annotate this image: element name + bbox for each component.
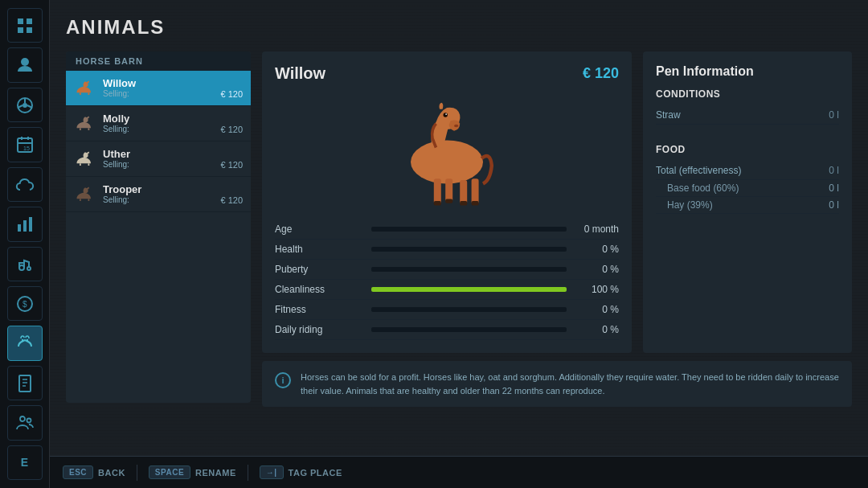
pen-info-panel: Pen Information CONDITIONS Straw 0 l FOO… <box>643 51 852 353</box>
sidebar-item-economy[interactable]: $ <box>7 286 43 321</box>
tag-place-btn[interactable]: →| TAG PLACE <box>260 465 342 479</box>
stat-cleanliness-bar-container <box>371 287 567 292</box>
pen-info-title: Pen Information <box>656 64 839 79</box>
svg-text:$: $ <box>23 300 27 309</box>
sidebar-item-e[interactable]: E <box>7 445 43 480</box>
stat-fitness-value: 0 % <box>575 304 619 315</box>
stat-cleanliness-label: Cleanliness <box>275 284 371 295</box>
stat-fitness-bar-container <box>371 307 567 312</box>
stat-fitness: Fitness 0 % <box>275 300 619 320</box>
food-section: FOOD Total (effectiveness) 0 l Base food… <box>656 144 839 214</box>
animal-detail-price: € 120 <box>583 65 619 82</box>
sidebar-item-quickaccess[interactable] <box>7 8 43 43</box>
animal-item-uther[interactable]: Uther Selling: € 120 <box>66 141 251 177</box>
svg-rect-3 <box>27 27 32 33</box>
svg-point-28 <box>411 141 483 184</box>
svg-rect-34 <box>460 180 467 204</box>
base-food-value: 0 l <box>829 182 839 194</box>
food-label: FOOD <box>656 144 839 155</box>
stat-cleanliness-value: 100 % <box>575 284 619 295</box>
svg-point-6 <box>23 103 27 108</box>
stat-fitness-label: Fitness <box>275 304 371 315</box>
molly-info: Molly Selling: € 120 <box>103 113 243 134</box>
space-key[interactable]: SPACE <box>149 465 190 479</box>
animal-detail-card: Willow € 120 <box>262 51 632 353</box>
arrow-key[interactable]: →| <box>260 465 284 479</box>
horse-icon-willow <box>74 80 96 97</box>
animal-item-molly[interactable]: Molly Selling: € 120 <box>66 106 251 141</box>
space-rename-btn[interactable]: SPACE RENAME <box>149 465 236 479</box>
animal-item-willow[interactable]: Willow Selling: € 120 <box>66 71 251 106</box>
svg-rect-39 <box>472 201 479 205</box>
svg-rect-1 <box>27 18 32 24</box>
sidebar-item-steering[interactable] <box>7 88 43 122</box>
svg-rect-38 <box>460 201 467 205</box>
sidebar-item-stats[interactable] <box>7 207 43 241</box>
trooper-name: Trooper <box>103 183 243 195</box>
sidebar: 15 $ E <box>0 0 50 488</box>
detail-main: Willow € 120 <box>262 51 852 353</box>
svg-point-29 <box>454 125 458 128</box>
sidebar-item-workers[interactable] <box>7 405 43 440</box>
animal-list-panel: HORSE BARN Willow Selling: € 120 <box>66 51 251 403</box>
willow-name: Willow <box>103 77 243 89</box>
sidebar-item-animals-alt[interactable] <box>7 47 43 82</box>
stat-puberty-bar-container <box>371 267 567 272</box>
rename-label: RENAME <box>195 468 236 478</box>
stat-age-bar-container <box>371 227 567 232</box>
animal-item-trooper[interactable]: Trooper Selling: € 120 <box>66 177 251 212</box>
animal-detail-name: Willow <box>275 64 326 83</box>
stat-puberty-label: Puberty <box>275 264 371 275</box>
stat-cleanliness: Cleanliness 100 % <box>275 280 619 300</box>
willow-price: € 120 <box>220 89 243 99</box>
stat-daily-riding-value: 0 % <box>575 324 619 335</box>
willow-info: Willow Selling: € 120 <box>103 77 243 99</box>
willow-sub: Selling: € 120 <box>103 89 243 99</box>
info-card: i Horses can be sold for a profit. Horse… <box>262 361 852 407</box>
bottom-bar: ESC BACK SPACE RENAME →| TAG PLACE <box>50 456 868 488</box>
svg-rect-35 <box>472 178 479 204</box>
stat-age: Age 0 month <box>275 219 619 240</box>
sidebar-item-contracts[interactable] <box>7 366 43 400</box>
sidebar-item-tractor[interactable] <box>7 247 43 281</box>
food-total-row: Total (effectiveness) 0 l <box>656 162 839 180</box>
horse-icon-molly <box>74 115 96 133</box>
svg-rect-0 <box>18 18 23 24</box>
stat-health-label: Health <box>275 244 371 255</box>
key-sep-2 <box>248 465 248 481</box>
stats-section: Age 0 month Health 0 % <box>275 219 619 340</box>
sidebar-item-calendar[interactable]: 15 <box>7 127 43 162</box>
stat-daily-riding: Daily riding 0 % <box>275 320 619 340</box>
svg-text:15: 15 <box>23 146 30 151</box>
info-text: Horses can be sold for a profit. Horses … <box>301 371 839 397</box>
sidebar-item-animals[interactable] <box>7 326 43 360</box>
hay-value: 0 l <box>829 199 839 211</box>
animal-detail-header: Willow € 120 <box>275 64 619 83</box>
svg-rect-2 <box>18 27 23 33</box>
esc-key[interactable]: ESC <box>63 465 93 479</box>
straw-value: 0 l <box>829 109 839 121</box>
trooper-price: € 120 <box>220 195 243 205</box>
page-title: ANIMALS <box>66 16 852 39</box>
stat-health: Health 0 % <box>275 240 619 260</box>
stat-daily-riding-bar-container <box>371 327 567 332</box>
conditions-label: CONDITIONS <box>656 88 839 100</box>
horse-barn-header: HORSE BARN <box>66 51 251 71</box>
molly-name: Molly <box>103 113 243 125</box>
svg-point-26 <box>20 416 25 421</box>
svg-rect-36 <box>434 201 441 205</box>
svg-rect-37 <box>445 199 452 203</box>
horse-display <box>275 91 619 211</box>
base-food-row: Base food (60%) 0 l <box>656 180 839 197</box>
main-content: ANIMALS HORSE BARN Willow Selling: € 120 <box>50 0 868 488</box>
svg-rect-33 <box>445 178 452 202</box>
molly-price: € 120 <box>220 125 243 134</box>
svg-rect-17 <box>29 217 32 232</box>
uther-name: Uther <box>103 148 243 160</box>
tag-place-label: TAG PLACE <box>289 468 342 478</box>
esc-back-btn[interactable]: ESC BACK <box>63 465 125 479</box>
uther-info: Uther Selling: € 120 <box>103 148 243 170</box>
stat-age-label: Age <box>275 223 371 235</box>
conditions-section: CONDITIONS Straw 0 l <box>656 88 839 125</box>
sidebar-item-weather[interactable] <box>7 167 43 202</box>
